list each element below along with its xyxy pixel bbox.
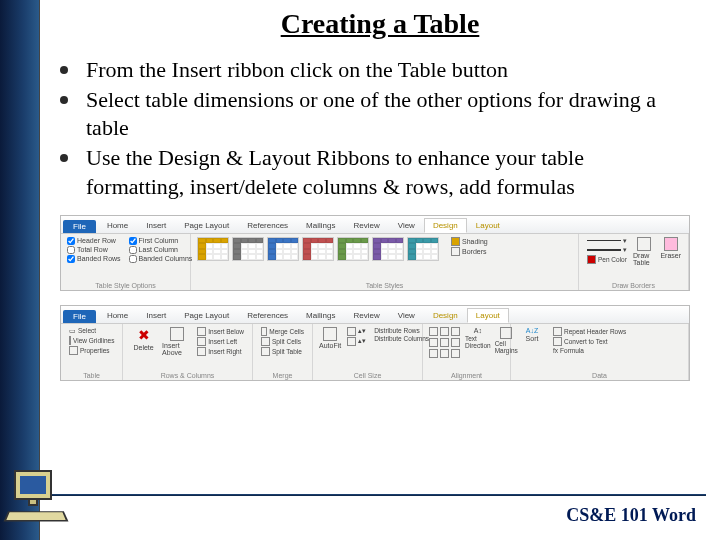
autofit-icon: [323, 327, 337, 341]
pen-weight-dropdown[interactable]: ▾: [585, 246, 629, 254]
table-style-thumb[interactable]: [232, 237, 264, 261]
tab-view[interactable]: View: [389, 218, 424, 233]
tab-layout[interactable]: Layout: [467, 218, 509, 233]
split-icon: [261, 337, 270, 346]
insert-above-button[interactable]: Insert Above: [162, 327, 191, 356]
repeat-header-button[interactable]: Repeat Header Rows: [551, 327, 628, 336]
tab-references[interactable]: References: [238, 308, 297, 323]
height-stepper[interactable]: ▴▾: [345, 327, 368, 336]
tab-strip: File Home Insert Page Layout References …: [61, 216, 689, 234]
select-button[interactable]: ▭Select: [67, 327, 116, 335]
pen-color-button[interactable]: Pen Color: [585, 255, 629, 264]
sort-icon: A↓Z: [526, 327, 538, 334]
align-bc-icon[interactable]: [440, 349, 449, 358]
tab-review[interactable]: Review: [344, 218, 388, 233]
tab-design[interactable]: Design: [424, 308, 467, 323]
tab-mailings[interactable]: Mailings: [297, 218, 344, 233]
group-label: Rows & Columns: [129, 371, 246, 379]
tab-references[interactable]: References: [238, 218, 297, 233]
formula-icon: fx: [553, 347, 558, 354]
convert-icon: [553, 337, 562, 346]
table-style-thumb[interactable]: [372, 237, 404, 261]
insert-left-button[interactable]: Insert Left: [195, 337, 246, 346]
align-ml-icon[interactable]: [429, 338, 438, 347]
merge-cells-button[interactable]: Merge Cells: [259, 327, 306, 336]
borders-icon: [451, 247, 460, 256]
align-tc-icon[interactable]: [440, 327, 449, 336]
table-style-thumb[interactable]: [337, 237, 369, 261]
view-gridlines-button[interactable]: View Gridlines: [67, 336, 116, 345]
group-label: Table Style Options: [67, 281, 184, 289]
group-data: A↓ZSort Repeat Header Rows Convert to Te…: [511, 324, 689, 380]
group-label: Cell Size: [319, 371, 416, 379]
insert-right-button[interactable]: Insert Right: [195, 347, 246, 356]
align-bl-icon[interactable]: [429, 349, 438, 358]
delete-button[interactable]: ✖Delete: [129, 327, 158, 351]
tab-insert[interactable]: Insert: [137, 218, 175, 233]
group-label: Table: [67, 371, 116, 379]
ribbon-screenshots: File Home Insert Page Layout References …: [60, 215, 690, 381]
eraser-button[interactable]: Eraser: [660, 237, 683, 259]
pen-style-dropdown[interactable]: ▾: [585, 237, 629, 245]
bullet-text: Select table dimensions or one of the ot…: [86, 86, 684, 142]
group-draw-borders: ▾ ▾ Pen Color Draw Table Eraser Draw Bor…: [579, 234, 689, 290]
tab-design[interactable]: Design: [424, 218, 467, 233]
convert-to-text-button[interactable]: Convert to Text: [551, 337, 628, 346]
bullet-list: From the Insert ribbon click on the Tabl…: [40, 56, 720, 201]
table-style-thumb[interactable]: [197, 237, 229, 261]
file-tab[interactable]: File: [63, 220, 96, 233]
style-gallery[interactable]: [197, 237, 439, 261]
align-br-icon[interactable]: [451, 349, 460, 358]
chk-banded-rows[interactable]: Banded Rows: [67, 255, 121, 263]
sort-button[interactable]: A↓ZSort: [517, 327, 547, 342]
table-style-thumb[interactable]: [407, 237, 439, 261]
group-table-styles: Shading Borders Table Styles: [191, 234, 579, 290]
table-style-thumb[interactable]: [267, 237, 299, 261]
properties-button[interactable]: Properties: [67, 346, 116, 355]
tab-layout[interactable]: Layout: [467, 308, 509, 323]
properties-icon: [69, 346, 78, 355]
width-stepper[interactable]: ▴▾: [345, 337, 368, 346]
table-style-thumb[interactable]: [302, 237, 334, 261]
bullet-text: Use the Design & Layout Ribbons to enhan…: [86, 144, 684, 200]
tab-insert[interactable]: Insert: [137, 308, 175, 323]
tab-review[interactable]: Review: [344, 308, 388, 323]
autofit-button[interactable]: AutoFit: [319, 327, 341, 349]
insert-below-icon: [197, 327, 206, 336]
split-cells-button[interactable]: Split Cells: [259, 337, 306, 346]
alignment-grid[interactable]: [429, 327, 461, 359]
slide-title: Creating a Table: [40, 8, 720, 40]
split-table-button[interactable]: Split Table: [259, 347, 306, 356]
chk-last-column[interactable]: Last Column: [129, 246, 193, 254]
align-mr-icon[interactable]: [451, 338, 460, 347]
tab-home[interactable]: Home: [98, 308, 137, 323]
ribbon-body: Header Row First Column Total Row Last C…: [61, 234, 689, 290]
merge-icon: [261, 327, 267, 336]
shading-button[interactable]: Shading: [449, 237, 490, 246]
tab-page-layout[interactable]: Page Layout: [175, 308, 238, 323]
list-item: Select table dimensions or one of the ot…: [60, 86, 684, 142]
pencil-icon: [637, 237, 651, 251]
align-tr-icon[interactable]: [451, 327, 460, 336]
formula-button[interactable]: fxFormula: [551, 347, 628, 354]
tab-mailings[interactable]: Mailings: [297, 308, 344, 323]
insert-right-icon: [197, 347, 206, 356]
chk-total-row[interactable]: Total Row: [67, 246, 121, 254]
group-style-options: Header Row First Column Total Row Last C…: [61, 234, 191, 290]
chk-banded-cols[interactable]: Banded Columns: [129, 255, 193, 263]
align-mc-icon[interactable]: [440, 338, 449, 347]
align-tl-icon[interactable]: [429, 327, 438, 336]
tab-view[interactable]: View: [389, 308, 424, 323]
file-tab[interactable]: File: [63, 310, 96, 323]
draw-table-button[interactable]: Draw Table: [633, 237, 656, 266]
chk-first-column[interactable]: First Column: [129, 237, 193, 245]
footer-rule: [52, 494, 706, 496]
text-direction-button[interactable]: A↕Text Direction: [465, 327, 491, 349]
height-icon: [347, 327, 356, 336]
tab-page-layout[interactable]: Page Layout: [175, 218, 238, 233]
insert-below-button[interactable]: Insert Below: [195, 327, 246, 336]
borders-button[interactable]: Borders: [449, 247, 490, 256]
chk-header-row[interactable]: Header Row: [67, 237, 121, 245]
group-label: Data: [517, 371, 682, 379]
tab-home[interactable]: Home: [98, 218, 137, 233]
